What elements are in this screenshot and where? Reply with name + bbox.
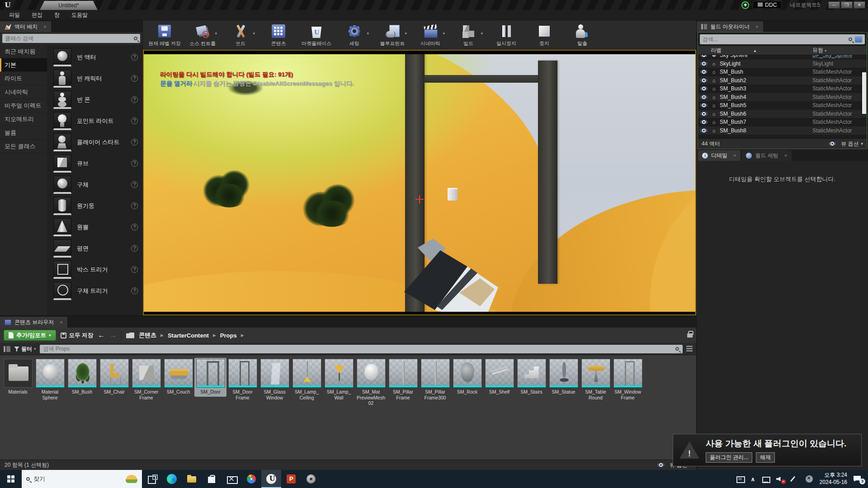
- help-icon[interactable]: ?: [131, 181, 138, 188]
- close-icon[interactable]: ×: [60, 319, 62, 325]
- category-item[interactable]: 라이트: [0, 72, 47, 85]
- taskbar-app[interactable]: [261, 470, 281, 488]
- toolbar-button[interactable]: ▾ 빌드: [449, 21, 487, 49]
- pen-icon[interactable]: [791, 475, 799, 483]
- help-icon[interactable]: ?: [131, 266, 138, 273]
- level-tab[interactable]: Untitled*: [40, 1, 98, 10]
- outliner-row[interactable]: SM_Bush3 StaticMeshActor: [698, 84, 867, 93]
- close-icon[interactable]: ×: [43, 24, 46, 29]
- asset-tile[interactable]: SM_Couch: [162, 358, 194, 397]
- place-actor-item[interactable]: 박스 트리거 ?: [47, 259, 142, 280]
- sources-panel-toggle-icon[interactable]: [4, 346, 10, 352]
- manage-plugins-button[interactable]: 플러그인 관리...: [706, 452, 752, 463]
- category-item[interactable]: 모든 클래스: [0, 140, 47, 153]
- place-actor-item[interactable]: 빈 폰 ?: [47, 89, 142, 110]
- minimize-button[interactable]: —: [828, 1, 840, 9]
- place-actor-item[interactable]: 원기둥 ?: [47, 195, 142, 216]
- place-actor-item[interactable]: 원뿔 ?: [47, 216, 142, 238]
- action-center-icon[interactable]: 3: [854, 475, 863, 483]
- outliner-row[interactable]: SM_Bush7 StaticMeshActor: [698, 118, 867, 127]
- asset-tile[interactable]: Material Sphere: [34, 358, 66, 402]
- toolbar-button[interactable]: 일시정지: [487, 21, 525, 49]
- asset-tile[interactable]: SM_Lamp_ Ceiling: [291, 358, 323, 402]
- place-actor-item[interactable]: 포인트 라이트 ?: [47, 110, 142, 131]
- visibility-eye-icon[interactable]: [700, 86, 708, 91]
- menu-item[interactable]: 창: [49, 10, 65, 20]
- taskbar-app[interactable]: [222, 470, 241, 488]
- outliner-row[interactable]: Sky Sphere BP_Sky_Sphere: [698, 55, 867, 60]
- place-actor-item[interactable]: 큐브 ?: [47, 153, 142, 174]
- category-item[interactable]: 지오메트리: [0, 113, 47, 126]
- help-icon[interactable]: ?: [131, 160, 138, 167]
- visibility-eye-icon[interactable]: [700, 78, 708, 83]
- asset-tile[interactable]: SM_Rock: [451, 358, 483, 397]
- asset-tile[interactable]: SM_Table Round: [580, 358, 612, 402]
- dismiss-button[interactable]: 해제: [756, 452, 775, 463]
- category-item[interactable]: 기본: [0, 58, 47, 72]
- breadcrumb-item[interactable]: 콘텐츠: [139, 331, 156, 339]
- help-icon[interactable]: ?: [131, 117, 138, 124]
- safely-remove-icon[interactable]: [805, 475, 813, 483]
- asset-tile[interactable]: SM_Stairs: [515, 358, 547, 397]
- taskbar-app[interactable]: [241, 470, 261, 488]
- help-icon[interactable]: ?: [131, 96, 138, 103]
- taskbar-app[interactable]: [142, 470, 162, 488]
- toolbar-button[interactable]: ▾ 세팅: [335, 21, 373, 49]
- menu-item[interactable]: 도움말: [66, 10, 93, 20]
- outliner-row[interactable]: SkyLight SkyLight: [698, 60, 867, 68]
- forward-button[interactable]: →: [109, 331, 117, 339]
- category-item[interactable]: 비주얼 이펙트: [0, 99, 47, 113]
- asset-tile[interactable]: Materials: [2, 358, 34, 397]
- toolbar-button[interactable]: 중지: [525, 21, 563, 49]
- taskbar-app[interactable]: [162, 470, 182, 488]
- place-actor-item[interactable]: 구체 ?: [47, 174, 142, 195]
- toolbar-button[interactable]: ▾ 시네마틱: [411, 21, 449, 49]
- weather-widget-icon[interactable]: [126, 475, 137, 483]
- start-button[interactable]: [0, 470, 22, 488]
- toolbar-button[interactable]: 탈출: [563, 21, 601, 49]
- type-column-header[interactable]: 유형 ▾: [812, 47, 867, 54]
- compile-status-icon[interactable]: [741, 1, 749, 9]
- taskbar-app[interactable]: [281, 470, 301, 488]
- outliner-row[interactable]: SM_Bush5 StaticMeshActor: [698, 101, 867, 110]
- view-options-button[interactable]: 뷰 옵션 ▾: [826, 140, 863, 148]
- outliner-row[interactable]: SM_Bush4 StaticMeshActor: [698, 93, 867, 102]
- outliner-row[interactable]: SM_Bush6 StaticMeshActor: [698, 110, 867, 118]
- asset-tile[interactable]: SM_Door Frame: [226, 358, 259, 402]
- visibility-eye-icon[interactable]: [700, 55, 708, 57]
- outliner-row[interactable]: SM_Bush2 StaticMeshActor: [698, 76, 867, 85]
- chevron-down-icon[interactable]: ▾: [367, 31, 369, 36]
- visibility-eye-icon[interactable]: [700, 120, 708, 124]
- asset-tile[interactable]: SM_Pillar Frame300: [419, 358, 451, 402]
- toolbar-button[interactable]: ▾ 블루프린트: [373, 21, 411, 49]
- breadcrumb-item[interactable]: StarterContent: [168, 332, 209, 339]
- back-button[interactable]: ←: [98, 331, 105, 339]
- asset-tile[interactable]: SM_Statue: [547, 358, 580, 397]
- clock[interactable]: 오후 3:24 2024-05-16: [820, 472, 847, 486]
- world-settings-tab[interactable]: 월드 세팅 ×: [741, 150, 792, 161]
- asset-tile[interactable]: SM_Shelf: [483, 358, 515, 397]
- taskbar-app[interactable]: [301, 470, 321, 488]
- visibility-eye-icon[interactable]: [700, 128, 708, 133]
- place-actor-item[interactable]: 빈 액터 ?: [47, 47, 142, 68]
- scrollbar[interactable]: [862, 72, 866, 114]
- viewport-scene[interactable]: 라이팅을 다시 빌드해야 합니다 (빌드 필요: 91개) 문을 열거라시지를 …: [144, 54, 695, 312]
- label-column-header[interactable]: 라벨▲: [698, 47, 812, 54]
- maximize-button[interactable]: ❐: [841, 1, 853, 9]
- chevron-down-icon[interactable]: ▾: [253, 31, 255, 36]
- level-viewport[interactable]: 라이팅을 다시 빌드해야 합니다 (빌드 필요: 91개) 문을 열거라시지를 …: [143, 50, 696, 315]
- close-button[interactable]: ✕: [854, 1, 865, 9]
- menu-item[interactable]: 파일: [4, 10, 25, 20]
- asset-search-input[interactable]: 검색 Props: [40, 345, 683, 353]
- category-item[interactable]: 시네마틱: [0, 85, 47, 99]
- toolbar-button[interactable]: 콘텐츠: [259, 21, 297, 49]
- asset-tile[interactable]: SM_Mat PreviewMesh 02: [355, 358, 387, 408]
- close-icon[interactable]: ×: [755, 24, 758, 29]
- help-icon[interactable]: ?: [131, 224, 138, 230]
- place-actor-item[interactable]: 빈 캐릭터 ?: [47, 68, 142, 89]
- breadcrumb-item[interactable]: Props: [220, 332, 237, 339]
- content-browser-tab[interactable]: 콘텐츠 브라우저 ×: [0, 317, 67, 328]
- asset-tile[interactable]: SM_Pillar Frame: [387, 358, 419, 402]
- filter-button[interactable]: 필터 ▾: [14, 345, 36, 353]
- help-icon[interactable]: ?: [131, 54, 138, 61]
